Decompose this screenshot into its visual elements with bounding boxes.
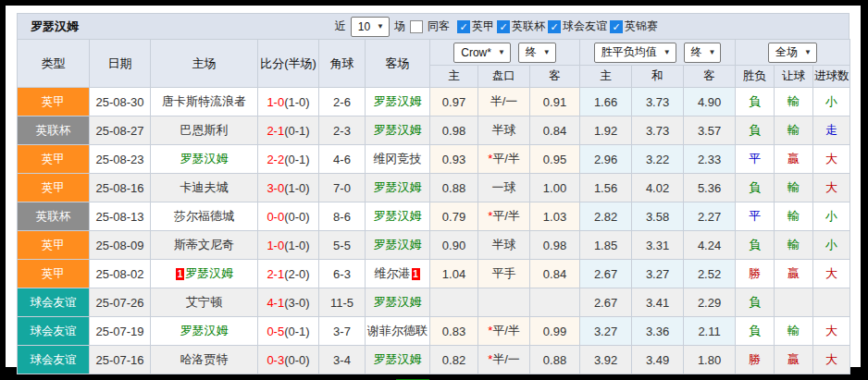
cell-eu-draw-odds: 3.31 — [632, 231, 684, 260]
cell-corner: 2-6 — [319, 88, 366, 116]
recent-count-value: 10 — [358, 20, 370, 33]
cell-eu-home-odds: 1.56 — [580, 174, 632, 202]
chevron-down-icon: ▼ — [543, 48, 551, 56]
same-away-checkbox[interactable] — [410, 20, 423, 33]
europe-state-select[interactable]: 终 ▼ — [684, 43, 722, 63]
cell-home-team: 卡迪夫城 — [151, 174, 258, 202]
cell-eu-draw-odds: 3.41 — [632, 288, 684, 317]
table-row: 球会友谊25-07-19罗瑟汉姆0-5(0-1)3-7谢菲尔德联0.83*平/半… — [18, 317, 850, 346]
cell-league-type: 英联杯 — [18, 116, 90, 145]
away-team-name: 罗瑟汉姆 — [374, 352, 422, 366]
cell-handicap: *平/半 — [478, 202, 530, 231]
fulltime-score: 2-2 — [267, 153, 284, 166]
cell-corner: 11-5 — [319, 288, 366, 317]
cell-handicap: *半/一 — [478, 346, 530, 374]
cell-league-type: 英联杯 — [18, 202, 90, 231]
cell-date: 25-08-09 — [90, 231, 151, 260]
cell-handicap-result — [775, 288, 813, 317]
cell-score: 2-1(2-0) — [258, 260, 319, 288]
cell-date: 25-08-23 — [90, 145, 151, 174]
filter-label: 英甲 — [472, 18, 494, 34]
away-team-name: 罗瑟汉姆 — [374, 238, 422, 251]
cell-away-team: 维冈竞技 — [366, 145, 430, 174]
controls: 近 10 ▼ 场 同客 ✓英甲✓英联杯✓球会友谊✓英锦赛 — [335, 17, 658, 37]
asian-state-select[interactable]: 终 ▼ — [518, 43, 556, 63]
away-team-name: 维冈竞技 — [374, 152, 422, 165]
cell-eu-draw-odds: 3.58 — [632, 202, 684, 231]
cell-league-type: 球会友谊 — [18, 346, 90, 374]
away-team-name: 谢菲尔德联 — [367, 324, 428, 337]
table-row: 英联杯25-08-13莎尔福德城0-0(0-0)8-6罗瑟汉姆0.79*平/半1… — [18, 202, 850, 231]
cell-handicap-result: 輸 — [775, 174, 813, 202]
cell-eu-away-odds: 2.52 — [684, 260, 736, 288]
cell-result: 負 — [736, 231, 775, 260]
filter-checkbox-0[interactable]: ✓ — [457, 20, 470, 33]
cell-eu-draw-odds: 3.49 — [632, 346, 684, 374]
europe-odds-select[interactable]: 胜平负均值 ▼ — [594, 43, 676, 63]
cell-result: 負 — [736, 288, 775, 317]
cell-ah-home-odds: 1.04 — [430, 260, 478, 288]
league-filters: ✓英甲✓英联杯✓球会友谊✓英锦赛 — [454, 18, 658, 34]
league-filter: ✓英联杯 — [497, 18, 545, 34]
halftime-score: (3-0) — [284, 296, 309, 310]
cell-handicap: *平/半 — [478, 317, 530, 346]
bookmaker-select[interactable]: Crow* ▼ — [453, 43, 511, 63]
asian-odds-selects: Crow* ▼ 终 ▼ — [430, 40, 580, 66]
cell-date: 25-08-13 — [90, 202, 151, 231]
cell-goals-result: 大 — [813, 174, 850, 202]
filter-label: 英锦赛 — [625, 18, 658, 34]
fulltime-score: 1-0 — [267, 239, 284, 252]
fulltime-score: 0-5 — [267, 325, 284, 338]
league-filter: ✓英甲 — [457, 18, 494, 34]
cell-handicap: 半/一 — [478, 88, 530, 116]
away-team-name: 维尔港 — [375, 266, 411, 280]
cell-eu-away-odds: 5.36 — [684, 174, 736, 202]
cell-result: 勝 — [736, 346, 775, 374]
cell-away-team: 维尔港1 — [366, 260, 430, 288]
cell-score: 1-0(1-0) — [258, 231, 319, 260]
cell-handicap: 平手 — [478, 260, 530, 288]
col-header-type: 类型 — [18, 40, 90, 88]
scope-select[interactable]: 全场 ▼ — [768, 43, 817, 63]
away-team-name: 罗瑟汉姆 — [374, 209, 422, 223]
fulltime-score: 4-1 — [267, 296, 284, 310]
table-row: 英甲25-08-09斯蒂文尼奇1-0(1-0)5-5罗瑟汉姆0.90半球0.98… — [18, 231, 850, 260]
table-row: 球会友谊25-07-26艾宁顿4-1(3-0)11-5罗瑟汉姆2.673.412… — [18, 288, 850, 317]
away-team-name: 罗瑟汉姆 — [374, 94, 422, 108]
cell-eu-away-odds: 2.29 — [684, 288, 736, 317]
filter-checkbox-2[interactable]: ✓ — [548, 20, 561, 33]
cell-ah-away-odds: 1.03 — [530, 202, 580, 231]
home-team-name: 罗瑟汉姆 — [185, 266, 233, 280]
away-team-name: 罗瑟汉姆 — [374, 180, 422, 194]
cell-score: 3-0(1-0) — [258, 174, 319, 202]
col-header-handicap: 盘口 — [478, 66, 530, 88]
cell-eu-draw-odds: 3.22 — [632, 145, 684, 174]
chevron-down-icon: ▼ — [709, 48, 716, 56]
halftime-score: (1-0) — [284, 181, 309, 195]
cell-league-type: 球会友谊 — [18, 317, 90, 346]
cell-date: 25-07-16 — [90, 346, 151, 374]
cell-eu-home-odds: 2.67 — [580, 288, 632, 317]
cell-ah-home-odds: 0.98 — [430, 116, 478, 145]
cell-ah-away-odds: 0.98 — [530, 231, 580, 260]
cell-score: 4-1(3-0) — [258, 288, 319, 317]
cell-eu-draw-odds: 3.73 — [632, 88, 684, 116]
match-rows: 英甲25-08-30唐卡斯特流浪者1-0(1-0)2-6罗瑟汉姆0.97半/一0… — [18, 88, 850, 374]
home-team-name: 卡迪夫城 — [180, 180, 229, 194]
cell-corner: 6-3 — [319, 260, 366, 288]
cell-eu-home-odds: 3.27 — [580, 317, 632, 346]
home-team-name: 哈洛贾特 — [180, 352, 229, 366]
scope-value: 全场 — [775, 44, 798, 60]
cell-date: 25-08-27 — [90, 116, 151, 145]
filter-checkbox-3[interactable]: ✓ — [610, 20, 623, 33]
handicap-value: 平手 — [492, 266, 516, 280]
col-header-goals-result: 进球数 — [813, 66, 850, 88]
cell-corner: 8-6 — [319, 202, 366, 231]
recent-count-select[interactable]: 10 ▼ — [351, 17, 390, 37]
filter-checkbox-1[interactable]: ✓ — [497, 20, 510, 33]
cell-home-team: 唐卡斯特流浪者 — [151, 88, 258, 116]
cell-eu-home-odds: 2.96 — [580, 145, 632, 174]
cell-away-team: 谢菲尔德联 — [366, 317, 430, 346]
match-table: 类型 日期 主场 比分(半场) 角球 客场 Crow* ▼ 终 — [17, 39, 850, 374]
cell-eu-home-odds: 2.82 — [580, 202, 632, 231]
